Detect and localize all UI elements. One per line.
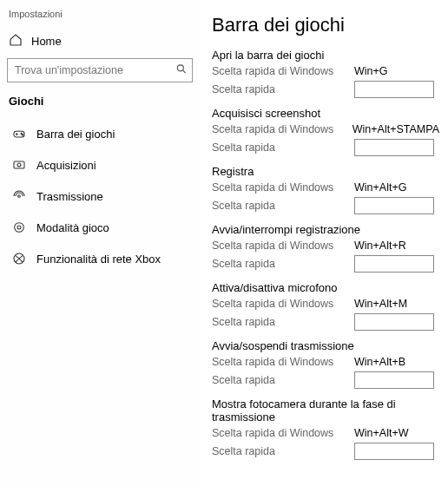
shortcut-section: Acquisisci screenshotScelta rapida di Wi…	[212, 107, 439, 156]
page-title: Barra dei giochi	[212, 14, 439, 36]
custom-shortcut-row: Scelta rapida	[212, 443, 439, 460]
section-title: Apri la barra dei giochi	[212, 49, 439, 62]
custom-shortcut-row: Scelta rapida	[212, 81, 439, 98]
sidebar-item-trasmissione[interactable]: Trasmissione	[0, 181, 200, 212]
windows-shortcut-value: Win+Alt+R	[354, 240, 406, 252]
windows-shortcut-row: Scelta rapida di WindowsWin+Alt+R	[212, 240, 439, 252]
custom-shortcut-label: Scelta rapida	[212, 200, 354, 212]
game-mode-icon	[12, 220, 26, 234]
custom-shortcut-input[interactable]	[354, 443, 434, 460]
custom-shortcut-input[interactable]	[354, 139, 434, 156]
shortcut-section: Avvia/sospendi trasmissioneScelta rapida…	[212, 339, 439, 389]
sidebar-item-label: Modalità gioco	[36, 221, 109, 234]
custom-shortcut-row: Scelta rapida	[212, 371, 439, 389]
svg-point-8	[17, 163, 21, 167]
sidebar-item-label: Funzionalità di rete Xbox	[36, 253, 161, 266]
windows-shortcut-value: Win+Alt+M	[354, 298, 407, 310]
windows-shortcut-label: Scelta rapida di Windows	[212, 65, 354, 77]
svg-point-10	[15, 223, 24, 233]
windows-shortcut-label: Scelta rapida di Windows	[212, 427, 354, 439]
windows-shortcut-row: Scelta rapida di WindowsWin+Alt+G	[212, 181, 439, 194]
custom-shortcut-label: Scelta rapida	[212, 83, 354, 95]
sidebar-item-label: Acquisizioni	[36, 159, 96, 172]
windows-shortcut-row: Scelta rapida di WindowsWin+Alt+B	[212, 356, 439, 368]
sidebar-item-modalita-gioco[interactable]: Modalità gioco	[0, 212, 200, 243]
sidebar-item-label: Barra dei giochi	[36, 128, 115, 141]
windows-shortcut-value: Win+G	[354, 65, 388, 77]
custom-shortcut-label: Scelta rapida	[212, 374, 354, 386]
section-title: Registra	[212, 165, 439, 178]
windows-shortcut-label: Scelta rapida di Windows	[212, 181, 354, 194]
windows-shortcut-value: Win+Alt+W	[354, 427, 409, 439]
windows-shortcut-label: Scelta rapida di Windows	[212, 298, 354, 310]
windows-shortcut-label: Scelta rapida di Windows	[212, 240, 354, 252]
section-title: Acquisisci screenshot	[212, 107, 439, 120]
custom-shortcut-label: Scelta rapida	[212, 445, 354, 457]
home-label: Home	[31, 35, 62, 48]
section-title: Avvia/interrompi registrazione	[212, 223, 439, 236]
sidebar-item-acquisizioni[interactable]: Acquisizioni	[0, 149, 200, 181]
section-title: Avvia/sospendi trasmissione	[212, 339, 439, 352]
sidebar-item-xbox-rete[interactable]: Funzionalità di rete Xbox	[0, 243, 200, 274]
section-title: Mostra fotocamera durante la fase di tra…	[212, 397, 439, 424]
shortcut-section: RegistraScelta rapida di WindowsWin+Alt+…	[212, 165, 439, 214]
windows-shortcut-row: Scelta rapida di WindowsWin+G	[212, 65, 439, 77]
windows-shortcut-value: Win+Alt+G	[354, 181, 406, 194]
search-input[interactable]	[7, 58, 193, 82]
svg-point-0	[177, 65, 183, 71]
svg-point-9	[18, 195, 21, 198]
svg-point-11	[17, 226, 21, 229]
main-content: Barra dei giochi Apri la barra dei gioch…	[200, 0, 448, 486]
xbox-icon	[12, 252, 26, 266]
custom-shortcut-label: Scelta rapida	[212, 258, 354, 270]
windows-shortcut-value: Win+Alt+B	[354, 356, 405, 368]
windows-shortcut-value: Win+Alt+STAMPA	[352, 123, 439, 135]
captures-icon	[12, 158, 26, 172]
category-title: Giochi	[0, 95, 200, 118]
svg-point-6	[22, 135, 23, 135]
game-bar-icon	[12, 127, 26, 141]
sidebar-item-barra-dei-giochi[interactable]: Barra dei giochi	[0, 118, 200, 149]
section-title: Attiva/disattiva microfono	[212, 281, 439, 294]
home-button[interactable]: Home	[0, 28, 200, 58]
window-title: Impostazioni	[0, 7, 200, 28]
custom-shortcut-row: Scelta rapida	[212, 255, 439, 273]
svg-line-1	[183, 70, 186, 73]
svg-rect-7	[14, 161, 24, 168]
shortcut-section: Avvia/interrompi registrazioneScelta rap…	[212, 223, 439, 273]
custom-shortcut-input[interactable]	[354, 197, 434, 214]
svg-point-5	[21, 133, 22, 134]
windows-shortcut-label: Scelta rapida di Windows	[212, 123, 352, 135]
windows-shortcut-row: Scelta rapida di WindowsWin+Alt+M	[212, 298, 439, 310]
windows-shortcut-label: Scelta rapida di Windows	[212, 356, 354, 368]
shortcut-section: Apri la barra dei giochiScelta rapida di…	[212, 49, 439, 98]
shortcut-section: Mostra fotocamera durante la fase di tra…	[212, 397, 439, 460]
custom-shortcut-input[interactable]	[354, 371, 434, 389]
shortcut-section: Attiva/disattiva microfonoScelta rapida …	[212, 281, 439, 331]
windows-shortcut-row: Scelta rapida di WindowsWin+Alt+W	[212, 427, 439, 439]
search-icon	[175, 63, 188, 78]
custom-shortcut-input[interactable]	[354, 255, 434, 273]
windows-shortcut-row: Scelta rapida di WindowsWin+Alt+STAMPA	[212, 123, 439, 135]
custom-shortcut-label: Scelta rapida	[212, 141, 354, 154]
search-wrap	[7, 58, 193, 82]
custom-shortcut-input[interactable]	[354, 313, 434, 331]
sidebar-item-label: Trasmissione	[36, 190, 103, 203]
home-icon	[9, 33, 23, 49]
custom-shortcut-input[interactable]	[354, 81, 434, 98]
custom-shortcut-row: Scelta rapida	[212, 197, 439, 214]
custom-shortcut-row: Scelta rapida	[212, 313, 439, 331]
custom-shortcut-label: Scelta rapida	[212, 316, 354, 328]
sidebar: Impostazioni Home Giochi Barra dei gioch…	[0, 0, 200, 486]
broadcast-icon	[12, 189, 26, 203]
custom-shortcut-row: Scelta rapida	[212, 139, 439, 156]
